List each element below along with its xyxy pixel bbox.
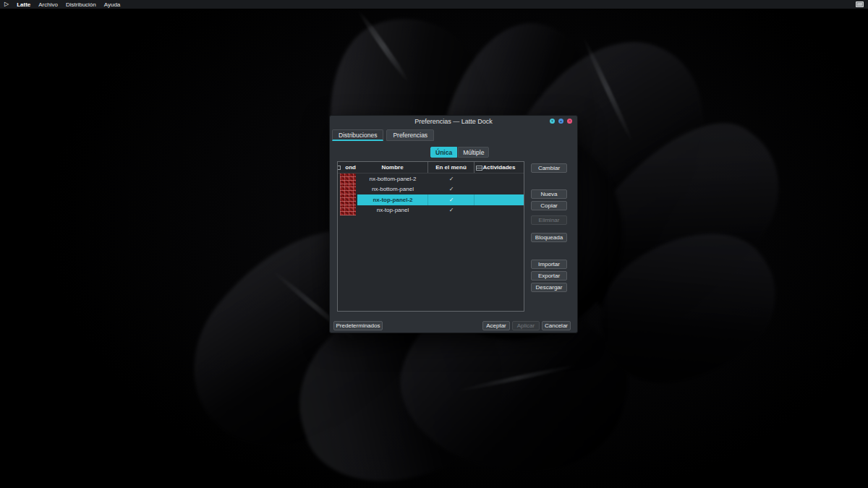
table-row[interactable]: nx-bottom-panel-2 ✓ [338, 174, 524, 184]
column-header-actividades[interactable]: Actividades [475, 162, 524, 173]
column-header-fondo[interactable]: ond [338, 162, 357, 173]
table-row[interactable]: nx-bottom-panel ✓ [338, 184, 524, 195]
layout-background-swatch [340, 174, 356, 184]
eliminar-button[interactable]: Eliminar [531, 215, 567, 225]
layout-background-swatch [340, 194, 356, 205]
latte-logo-icon: ▷ [4, 0, 9, 9]
layout-name: nx-bottom-panel [357, 184, 428, 195]
minimize-button-icon[interactable]: ▾ [550, 119, 555, 124]
table-header: ond Nombre En el menú Actividades [338, 162, 524, 174]
in-menu-check-icon: ✓ [428, 184, 475, 195]
close-button-icon[interactable]: ✕ [567, 119, 572, 124]
column-header-en-el-menu[interactable]: En el menú [428, 162, 475, 173]
activities-cell [475, 174, 524, 184]
activities-cell [475, 194, 524, 205]
column-header-nombre[interactable]: Nombre [357, 162, 428, 173]
menu-archivo[interactable]: Archivo [38, 1, 58, 8]
bloqueada-button[interactable]: Bloqueada [531, 233, 567, 242]
activities-cell [475, 184, 524, 195]
cambiar-button[interactable]: Cambiar [531, 163, 567, 173]
global-menubar: ▷ Latte Archivo Distribución Ayuda [0, 0, 868, 9]
in-menu-check-icon: ✓ [428, 205, 475, 216]
aplicar-button[interactable]: Aplicar [512, 321, 540, 330]
layout-background-swatch [340, 184, 356, 195]
predeterminados-button[interactable]: Predeterminados [333, 321, 383, 330]
table-row-selected[interactable]: nx-top-panel-2 ✓ [338, 194, 524, 205]
layout-name: nx-top-panel [357, 205, 428, 216]
layout-color-cell [338, 205, 357, 216]
layouts-table: ond Nombre En el menú Actividades nx-bot… [337, 161, 524, 312]
nueva-button[interactable]: Nueva [531, 189, 567, 199]
mode-unica[interactable]: Única [430, 147, 457, 158]
layout-background-swatch [340, 205, 356, 216]
table-row[interactable]: nx-top-panel ✓ [338, 205, 524, 216]
latte-dock: N [0, 469, 868, 488]
window-buttons: ▾ ▴ ✕ [550, 119, 572, 124]
dialog-title: Preferencias — Latte Dock [330, 118, 577, 125]
aceptar-button[interactable]: Aceptar [482, 321, 510, 330]
exportar-button[interactable]: Exportar [531, 271, 567, 281]
dialog-titlebar[interactable]: Preferencias — Latte Dock ▾ ▴ ✕ [330, 116, 577, 127]
background-column-icon [338, 166, 341, 170]
tab-preferencias[interactable]: Preferencias [386, 129, 434, 141]
keyboard-tray-icon[interactable] [856, 1, 864, 7]
copiar-button[interactable]: Copiar [531, 201, 567, 210]
layout-mode-switch: Única Múltiple [430, 147, 489, 158]
tab-distribuciones[interactable]: Distribuciones [332, 129, 383, 141]
layout-color-cell [338, 184, 357, 195]
main-tabbar: Distribuciones Preferencias [332, 129, 434, 141]
cancelar-button[interactable]: Cancelar [542, 321, 571, 330]
layout-color-cell [338, 194, 357, 205]
descargar-button[interactable]: Descargar [531, 283, 567, 292]
importar-button[interactable]: Importar [531, 260, 567, 269]
layout-name: nx-bottom-panel-2 [357, 174, 428, 184]
maximize-button-icon[interactable]: ▴ [558, 119, 563, 124]
layout-color-cell [338, 174, 357, 184]
activities-column-icon [476, 166, 482, 171]
in-menu-check-icon: ✓ [428, 174, 475, 184]
mode-multiple[interactable]: Múltiple [458, 147, 489, 158]
activities-cell [475, 205, 524, 216]
menu-ayuda[interactable]: Ayuda [104, 1, 121, 8]
menu-latte[interactable]: Latte [17, 1, 30, 8]
menu-distribucion[interactable]: Distribución [66, 1, 96, 8]
in-menu-check-icon: ✓ [428, 194, 475, 205]
layout-name: nx-top-panel-2 [357, 194, 428, 205]
preferences-dialog: Preferencias — Latte Dock ▾ ▴ ✕ Distribu… [329, 115, 578, 333]
